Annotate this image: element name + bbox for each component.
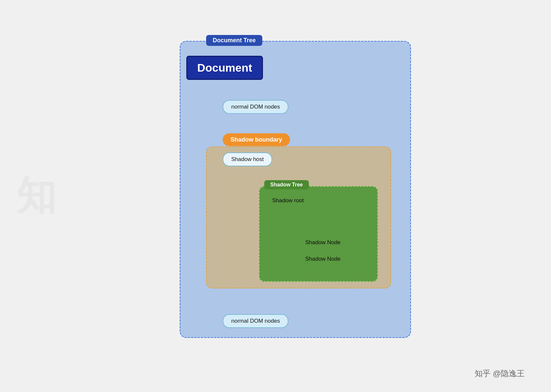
shadow-node-2: Shadow Node bbox=[305, 256, 341, 262]
document-tree-label: Document Tree bbox=[206, 35, 262, 46]
normal-dom-nodes-1: normal DOM nodes bbox=[223, 100, 288, 114]
shadow-host-node: Shadow host bbox=[223, 152, 272, 166]
document-node: Document bbox=[186, 56, 263, 80]
shadow-tree-label: Shadow Tree bbox=[264, 180, 309, 189]
diagram: Document Tree Document normal DOM nodes … bbox=[160, 34, 424, 358]
shadow-node-1: Shadow Node bbox=[305, 239, 341, 246]
page-container: 知 bbox=[0, 0, 551, 392]
normal-dom-nodes-2: normal DOM nodes bbox=[223, 314, 288, 328]
shadow-boundary-label: Shadow boundary bbox=[223, 133, 290, 146]
watermark: 知 bbox=[17, 169, 55, 223]
shadow-root-label: Shadow root bbox=[272, 197, 304, 204]
attribution: 知乎 @隐逸王 bbox=[475, 368, 525, 379]
